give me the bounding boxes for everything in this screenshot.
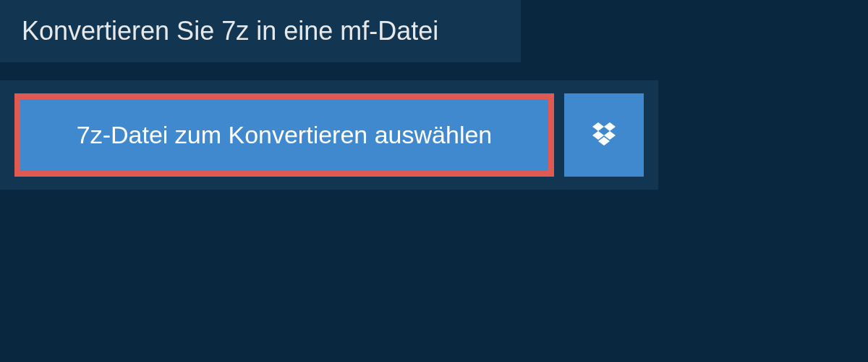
page-title: Konvertieren Sie 7z in eine mf-Datei <box>22 16 499 46</box>
upload-section: 7z-Datei zum Konvertieren auswählen <box>0 80 658 190</box>
dropbox-button[interactable] <box>564 93 644 177</box>
header-bar: Konvertieren Sie 7z in eine mf-Datei <box>0 0 521 62</box>
select-file-button-label: 7z-Datei zum Konvertieren auswählen <box>77 121 493 149</box>
select-file-button[interactable]: 7z-Datei zum Konvertieren auswählen <box>14 93 554 177</box>
dropbox-icon <box>590 121 618 150</box>
